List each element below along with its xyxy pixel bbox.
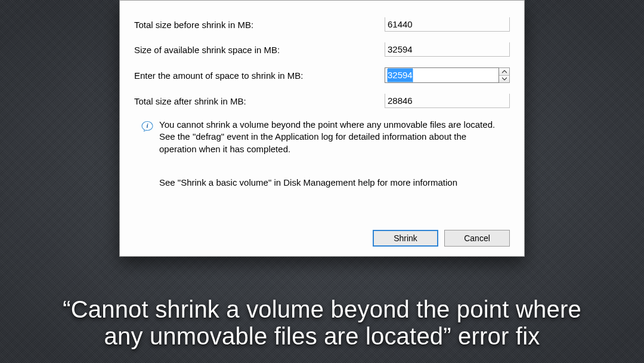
spinner-down-button[interactable] — [499, 76, 509, 83]
shrink-button[interactable]: Shrink — [373, 230, 438, 247]
row-total-after: Total size after shrink in MB: 28846 — [134, 94, 510, 108]
row-enter-amount: Enter the amount of space to shrink in M… — [134, 67, 510, 83]
input-shrink-amount-value: 32594 — [387, 68, 413, 82]
caption-overlay: “Cannot shrink a volume beyond the point… — [0, 296, 644, 350]
field-available: 32594 — [385, 42, 510, 57]
info-text: You cannot shrink a volume beyond the po… — [159, 119, 504, 155]
spinner-up-button[interactable] — [499, 68, 509, 76]
shrink-volume-dialog: Total size before shrink in MB: 61440 Si… — [119, 0, 525, 257]
see-more-text: See "Shrink a basic volume" in Disk Mana… — [134, 177, 510, 189]
info-icon: i — [141, 120, 153, 132]
spinner-shrink-amount — [499, 67, 510, 83]
chevron-up-icon — [502, 70, 507, 73]
label-total-after: Total size after shrink in MB: — [134, 96, 385, 106]
field-total-after: 28846 — [385, 94, 510, 108]
row-available: Size of available shrink space in MB: 32… — [134, 42, 510, 57]
chevron-down-icon — [502, 77, 507, 81]
input-shrink-amount[interactable]: 32594 — [385, 67, 499, 83]
caption-line-2: any unmovable files are located” error f… — [0, 323, 644, 350]
info-block: i You cannot shrink a volume beyond the … — [134, 119, 510, 155]
label-total-before: Total size before shrink in MB: — [134, 20, 385, 30]
label-enter-amount: Enter the amount of space to shrink in M… — [134, 70, 385, 81]
field-total-before: 61440 — [385, 17, 510, 32]
caption-line-1: “Cannot shrink a volume beyond the point… — [0, 296, 644, 323]
label-available: Size of available shrink space in MB: — [134, 45, 385, 55]
row-total-before: Total size before shrink in MB: 61440 — [134, 17, 510, 32]
dialog-buttons: Shrink Cancel — [373, 230, 510, 247]
cancel-button[interactable]: Cancel — [444, 230, 510, 247]
